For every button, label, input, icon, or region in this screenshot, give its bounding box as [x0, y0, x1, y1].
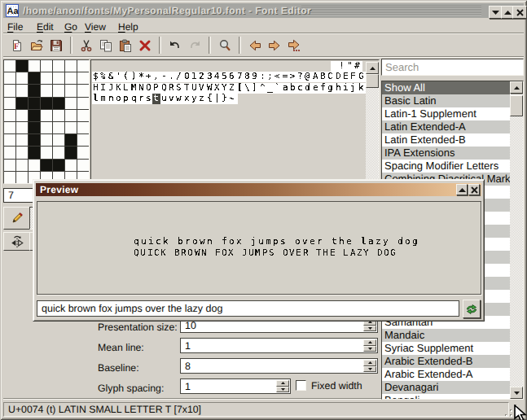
menu-view[interactable]: View [85, 21, 106, 33]
glyph-cell-1-4[interactable] [16, 110, 28, 121]
glyph-cell-3-8[interactable] [41, 160, 52, 171]
glyph-cell-5-0[interactable] [65, 60, 77, 72]
block-list-item-latin-extended-a[interactable]: Latin Extended-A [382, 120, 510, 133]
glyph-cell-4-5[interactable] [53, 122, 64, 133]
block-list-item-basic-latin[interactable]: Basic Latin [382, 94, 510, 107]
glyph-pixel-grid[interactable] [4, 60, 89, 183]
form-input-1[interactable]: 1 [180, 338, 378, 353]
glyph-cell-1-5[interactable] [16, 122, 28, 133]
glyph-cell-0-2[interactable] [4, 85, 15, 96]
block-list-item-syriac-supplement[interactable]: Syriac Supplement [382, 342, 510, 355]
cut-button[interactable] [77, 36, 96, 55]
glyph-cell-6-4[interactable] [77, 110, 89, 121]
list-scrollbar-track[interactable] [510, 116, 523, 387]
glyph-cell-5-6[interactable] [65, 134, 77, 146]
glyph-cell-1-3[interactable] [16, 98, 28, 109]
glyph-cell-2-4[interactable] [29, 110, 40, 121]
dialog-close-button[interactable] [468, 184, 480, 195]
glyph-cell-5-3[interactable] [65, 98, 77, 109]
glyph-cell-5-8[interactable] [65, 160, 77, 171]
glyph-cell-1-1[interactable] [16, 72, 28, 84]
goto-glyph-button[interactable] [284, 36, 304, 55]
glyph-cell-3-3[interactable] [41, 98, 52, 109]
glyph-cell-0-6[interactable] [4, 134, 15, 146]
glyph-cell-5-4[interactable] [65, 110, 77, 121]
glyph-cell-2-5[interactable] [29, 122, 40, 133]
spinner-up-1[interactable] [363, 339, 376, 346]
next-glyph-button[interactable] [265, 36, 284, 55]
glyph-cell-3-0[interactable] [41, 60, 52, 72]
charmap-row-3[interactable] [92, 94, 238, 104]
glyph-cell-2-6[interactable] [29, 134, 40, 146]
glyph-cell-5-7[interactable] [65, 147, 77, 158]
fixed-width-checkbox[interactable] [296, 380, 306, 391]
spinner-1[interactable] [363, 339, 376, 352]
list-scroll-down-button[interactable] [510, 387, 523, 399]
glyph-cell-3-6[interactable] [41, 134, 52, 146]
glyph-cell-6-1[interactable] [77, 72, 89, 84]
copy-button[interactable] [96, 36, 116, 55]
form-input-3[interactable]: 1 [180, 378, 291, 394]
glyph-cell-2-7[interactable] [29, 147, 40, 158]
delete-button[interactable] [135, 36, 155, 55]
block-list-item-mandaic[interactable]: Mandaic [382, 329, 510, 342]
glyph-cell-2-0[interactable] [29, 60, 40, 72]
glyph-cell-3-4[interactable] [41, 110, 52, 121]
glyph-cell-6-8[interactable] [77, 160, 89, 171]
block-list-item-arabic-extended-b[interactable]: Arabic Extended-B [382, 355, 510, 368]
undo-button[interactable] [165, 36, 185, 55]
glyph-cell-1-0[interactable] [16, 60, 28, 72]
block-list-item-ipa-extensions[interactable]: IPA Extensions [382, 147, 510, 160]
menu-go[interactable]: Go [64, 21, 77, 33]
glyph-cell-2-8[interactable] [29, 160, 40, 171]
glyph-cell-4-3[interactable] [53, 98, 64, 109]
spinner-down-0[interactable] [363, 326, 376, 332]
close-button[interactable] [512, 6, 527, 19]
block-list-item-show-all[interactable]: Show All [382, 81, 510, 94]
charmap-row-2[interactable] [92, 83, 367, 94]
redo-button[interactable] [185, 36, 204, 55]
save-button[interactable] [46, 36, 66, 55]
spinner-down-1[interactable] [363, 346, 376, 352]
glyph-cell-3-2[interactable] [41, 85, 52, 96]
charmap-row-1[interactable] [92, 72, 367, 82]
glyph-cell-0-4[interactable] [4, 110, 15, 121]
menu-edit[interactable]: Edit [37, 21, 54, 33]
paste-button[interactable] [116, 36, 135, 55]
glyph-cell-0-8[interactable] [4, 160, 15, 171]
preview-dialog-titlebar[interactable]: Preview [36, 183, 481, 196]
spinner-down-3[interactable] [276, 387, 289, 393]
glyph-cell-4-2[interactable] [53, 85, 64, 96]
block-list-item-bengali[interactable]: Bengali [382, 394, 510, 400]
block-list-item-arabic-extended-a[interactable]: Arabic Extended-A [382, 368, 510, 381]
spinner-down-2[interactable] [363, 366, 376, 373]
spinner-3[interactable] [276, 380, 289, 392]
charmap-row-0[interactable] [331, 61, 362, 72]
glyph-cell-0-5[interactable] [4, 122, 15, 133]
charmap-scroll-up-button[interactable] [366, 62, 379, 74]
preview-dialog[interactable]: Preview [33, 179, 485, 322]
block-list-scrollbar[interactable] [510, 81, 523, 399]
pencil-tool-button[interactable] [3, 207, 30, 230]
search-input[interactable] [381, 59, 524, 76]
preview-text-input[interactable] [37, 300, 459, 317]
refresh-preview-button[interactable] [463, 300, 481, 318]
charmap-scrollbar-thumb[interactable] [366, 74, 379, 88]
glyph-cell-4-7[interactable] [53, 147, 64, 158]
glyph-cell-6-2[interactable] [77, 85, 89, 96]
glyph-cell-5-5[interactable] [65, 122, 77, 133]
block-list-item-spacing-modifier-letters[interactable]: Spacing Modifier Letters [382, 160, 510, 173]
glyph-cell-2-3[interactable] [29, 98, 40, 109]
glyph-cell-0-0[interactable] [4, 60, 15, 72]
glyph-cell-2-2[interactable] [29, 85, 40, 96]
app-titlebar[interactable]: Aa /home/anon/fonts/MyPersonalRegular10.… [3, 3, 524, 18]
glyph-cell-6-3[interactable] [77, 98, 89, 109]
minimize-button[interactable] [489, 6, 502, 19]
glyph-cell-4-4[interactable] [53, 110, 64, 121]
open-button[interactable] [27, 36, 46, 55]
glyph-cell-1-8[interactable] [16, 160, 28, 171]
spinner-up-3[interactable] [276, 380, 289, 387]
glyph-cell-1-6[interactable] [16, 134, 28, 146]
menu-file[interactable]: File [7, 21, 23, 33]
glyph-cell-6-7[interactable] [77, 147, 89, 158]
